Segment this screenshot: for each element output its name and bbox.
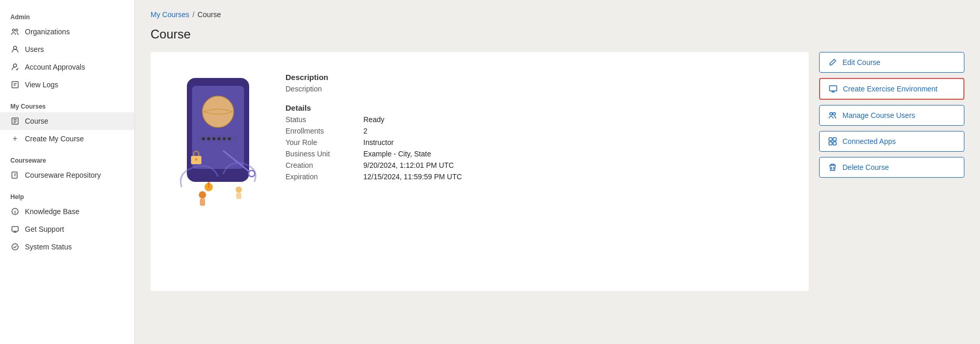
svg-rect-33: [829, 138, 832, 141]
trash-icon: [828, 163, 837, 172]
details-heading: Details: [285, 103, 793, 112]
svg-rect-27: [200, 199, 205, 206]
sidebar-item-course[interactable]: Course: [0, 112, 134, 130]
sidebar-item-course-label: Course: [25, 117, 48, 125]
field-label-4: Creation: [285, 161, 358, 169]
breadcrumb-link[interactable]: My Courses: [151, 10, 189, 19]
svg-rect-35: [829, 142, 832, 145]
sidebar-item-get-support-label: Get Support: [25, 225, 64, 233]
field-label-2: Your Role: [285, 138, 358, 147]
users-icon: [10, 45, 20, 54]
svg-point-2: [13, 46, 17, 49]
edit-course-button[interactable]: Edit Course: [819, 52, 964, 73]
sidebar-item-knowledge-base[interactable]: Knowledge Base: [0, 203, 134, 220]
course-illustration: [166, 68, 270, 213]
approvals-icon: [10, 62, 20, 72]
svg-point-26: [199, 191, 206, 199]
svg-rect-36: [833, 142, 836, 145]
connected-apps-label: Connected Apps: [842, 137, 896, 145]
org-icon: [10, 27, 20, 36]
course-icon: [10, 116, 20, 126]
logs-icon: [10, 80, 20, 89]
sidebar-item-get-support[interactable]: Get Support: [0, 220, 134, 238]
actions-panel: Edit Course Create Exercise Environment: [819, 52, 964, 178]
manage-users-icon: [828, 111, 837, 120]
svg-rect-29: [236, 193, 241, 199]
status-icon: [10, 242, 20, 252]
connected-apps-button[interactable]: Connected Apps: [819, 131, 964, 152]
sidebar-item-system-status[interactable]: System Status: [0, 238, 134, 256]
svg-point-0: [12, 29, 15, 31]
svg-point-32: [833, 113, 836, 115]
book-icon: [10, 170, 20, 180]
content-layout: Description Description Details Status R…: [151, 52, 964, 291]
field-value-0: Ready: [363, 115, 793, 124]
field-value-1: 2: [363, 127, 793, 135]
svg-rect-30: [829, 86, 837, 91]
sidebar-item-courseware-repo[interactable]: Courseware Repository: [0, 166, 134, 184]
sidebar-item-organizations[interactable]: Organizations: [0, 23, 134, 41]
svg-point-21: [195, 158, 197, 161]
courseware-section-label: Courseware: [0, 152, 134, 166]
apps-icon: [828, 137, 837, 146]
details-grid: Status Ready Enrollments 2 Your Role Ins…: [285, 115, 793, 181]
edit-icon: [828, 58, 837, 67]
field-label-0: Status: [285, 115, 358, 124]
sidebar-item-users-label: Users: [25, 45, 44, 54]
svg-point-17: [217, 137, 221, 140]
sidebar-item-create-course[interactable]: + Create My Course: [0, 130, 134, 148]
breadcrumb: My Courses / Course: [151, 10, 964, 19]
svg-point-1: [16, 29, 18, 31]
course-card: Description Description Details Status R…: [151, 52, 809, 291]
main-content: My Courses / Course Course: [135, 0, 980, 344]
sidebar-item-view-logs[interactable]: View Logs: [0, 76, 134, 94]
help-section-label: Help: [0, 188, 134, 203]
field-value-2: Instructor: [363, 138, 793, 147]
field-label-1: Enrollments: [285, 127, 358, 135]
page-title: Course: [151, 27, 964, 42]
manage-course-users-label: Manage Course Users: [842, 111, 915, 120]
create-exercise-env-button[interactable]: Create Exercise Environment: [819, 78, 964, 100]
sidebar-item-system-status-label: System Status: [25, 243, 72, 251]
sidebar-item-users[interactable]: Users: [0, 41, 134, 58]
breadcrumb-separator: /: [193, 10, 195, 19]
breadcrumb-current: Course: [198, 10, 221, 19]
svg-rect-7: [12, 227, 18, 231]
field-label-5: Expiration: [285, 173, 358, 181]
svg-point-28: [236, 187, 242, 193]
support-icon: [10, 224, 20, 234]
delete-course-label: Delete Course: [842, 163, 889, 171]
admin-section-label: Admin: [0, 8, 134, 23]
description-text: Description: [285, 85, 793, 93]
sidebar-item-view-logs-label: View Logs: [25, 81, 58, 89]
svg-point-18: [223, 137, 226, 140]
sidebar-item-account-approvals[interactable]: Account Approvals: [0, 58, 134, 76]
mycourses-section-label: My Courses: [0, 98, 134, 112]
info-icon: [10, 207, 20, 216]
description-heading: Description: [285, 73, 793, 82]
manage-course-users-button[interactable]: Manage Course Users: [819, 105, 964, 126]
edit-course-label: Edit Course: [842, 58, 880, 67]
svg-rect-34: [833, 138, 836, 141]
sidebar-item-organizations-label: Organizations: [25, 28, 70, 36]
svg-point-16: [212, 137, 215, 140]
sidebar-item-account-approvals-label: Account Approvals: [25, 63, 85, 71]
plus-icon: +: [10, 134, 20, 143]
sidebar-item-courseware-repo-label: Courseware Repository: [25, 171, 101, 179]
field-value-3: Example - City, State: [363, 150, 793, 158]
field-value-5: 12/15/2024, 11:59:59 PM UTC: [363, 173, 793, 181]
svg-point-31: [830, 113, 833, 115]
sidebar-item-knowledge-base-label: Knowledge Base: [25, 207, 79, 216]
field-value-4: 9/20/2024, 1:12:01 PM UTC: [363, 161, 793, 169]
sidebar: Admin Organizations Users: [0, 0, 135, 344]
svg-point-15: [207, 137, 210, 140]
svg-point-14: [202, 137, 205, 140]
svg-rect-4: [12, 82, 18, 88]
delete-course-button[interactable]: Delete Course: [819, 157, 964, 178]
field-label-3: Business Unit: [285, 150, 358, 158]
svg-rect-23: [208, 182, 210, 188]
create-exercise-env-label: Create Exercise Environment: [843, 85, 937, 93]
svg-point-19: [228, 137, 231, 140]
course-details: Description Description Details Status R…: [285, 68, 793, 181]
sidebar-item-create-course-label: Create My Course: [25, 135, 84, 143]
